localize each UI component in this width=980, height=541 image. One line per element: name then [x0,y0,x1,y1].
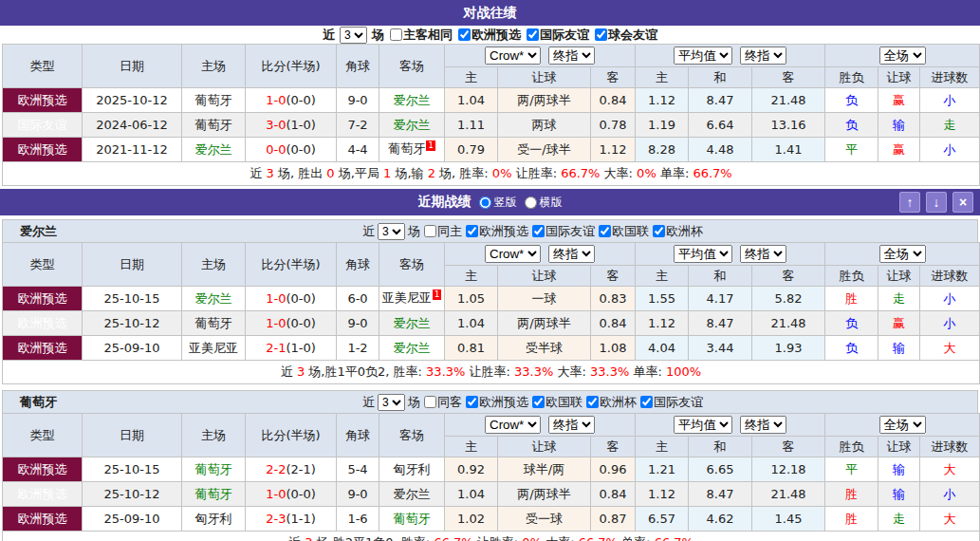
filter-checkbox-input[interactable] [458,28,471,41]
average-select[interactable]: 平均值 [674,416,732,434]
col-result-handicap: 让球 [878,266,920,287]
bookmaker-select[interactable]: Crow* [485,416,541,434]
halftime-score: (0-0) [286,93,315,107]
halftime-score: (1-0) [286,118,315,132]
fulltime-select[interactable]: 全场 [879,245,926,263]
summary-segment: 单率: [634,364,662,379]
match-type-badge: 欧洲预选 [3,507,83,532]
view-radio-vertical-input[interactable] [479,196,491,209]
col-avg-away: 客 [752,67,825,88]
filter-checkbox[interactable]: 欧洲预选 [466,394,528,411]
col-odds-away: 客 [591,67,636,88]
fulltime-select[interactable]: 全场 [879,47,926,65]
fulltime-group: 全场 [825,243,980,266]
up-arrow-icon: ↑ [907,195,914,210]
filter-checkbox-input[interactable] [466,225,478,237]
match-date: 2025-10-12 [83,88,182,113]
result-wdl: 胜 [825,482,878,507]
filter-checkbox[interactable]: 欧国联 [532,394,582,411]
recent-count-select[interactable]: 3 [378,394,405,411]
filter-checkbox[interactable]: 国际友谊 [640,394,703,411]
halftime-score: (1-0) [286,341,315,355]
filter-checkbox-input[interactable] [653,225,665,237]
match-type-badge: 欧洲预选 [3,287,83,311]
col-away: 客场 [379,243,445,287]
filter-checkbox[interactable]: 欧国联 [599,223,649,240]
section-head-portugal: 葡萄牙 近 3 场 同客 欧洲预选 欧国联 欧洲杯 [2,390,978,413]
filter-checkbox[interactable]: 欧洲杯 [653,223,703,240]
final-odds-select[interactable]: 终指 [548,47,595,65]
summary-segment: 大率: [545,535,574,541]
games-label: 场 [408,394,420,411]
filter-checkbox[interactable]: 欧洲杯 [586,394,637,411]
odds-home: 1.04 [445,88,498,113]
fulltime-select[interactable]: 全场 [879,416,926,434]
filter-checkbox-input[interactable] [586,396,599,408]
filter-checkbox[interactable]: 主客相同 [390,27,453,44]
handicap: 两/两球半 [498,88,591,113]
result-wdl: 负 [825,113,878,138]
avg-home: 1.12 [636,88,689,113]
filter-checkbox-input[interactable] [390,28,402,41]
result-goals: 小 [920,482,980,507]
bookmaker-select[interactable]: Crow* [485,47,541,65]
filter-checkbox[interactable]: 同客 [424,394,462,411]
col-corner: 角球 [337,243,379,287]
view-radio-vertical[interactable]: 竖版 [479,195,517,211]
result-handicap: 输 [878,113,920,138]
home-team: 葡萄牙 [182,88,246,113]
summary-segment: 0 [326,166,334,180]
filter-checkbox-input[interactable] [640,396,653,408]
match-row: 欧洲预选 2025-10-12 葡萄牙 1-0(0-0) 9-0 爱尔兰 1.0… [3,88,980,113]
filter-checkbox[interactable]: 国际友谊 [527,27,589,44]
filter-checkbox-input[interactable] [532,396,545,408]
recent-title: 近期战绩 [418,194,472,211]
filter-checkbox-input[interactable] [424,396,436,408]
recent-count-select[interactable]: 3 [378,223,405,240]
filter-checkbox-input[interactable] [595,28,607,41]
view-radio-horizontal[interactable]: 横版 [525,195,563,211]
filter-checkbox-input[interactable] [599,225,611,237]
halftime-score: (1-1) [286,512,315,526]
final-odds-select-2[interactable]: 终指 [740,47,786,65]
final-odds-select-2[interactable]: 终指 [740,245,786,263]
filter-checkbox-input[interactable] [466,396,478,408]
odds-away: 0.84 [591,482,636,507]
filter-checkbox-label: 欧洲杯 [600,394,637,411]
view-radio-horizontal-input[interactable] [525,196,537,209]
filter-checkbox[interactable]: 同主 [424,223,462,240]
fulltime-score: 2-2 [266,462,286,476]
avg-away: 12.18 [752,457,825,482]
filter-checkbox-input[interactable] [527,28,539,41]
final-odds-select-2[interactable]: 终指 [740,416,786,434]
bookmaker-select[interactable]: Crow* [485,245,541,263]
filter-checkbox[interactable]: 球会友谊 [595,27,657,44]
col-score: 比分(半场) [246,243,337,287]
result-goals: 小 [920,287,980,311]
odds-away: 0.84 [591,88,636,113]
match-row: 欧洲预选 25-09-10 匈牙利 2-3(1-1) 1-6 葡萄牙 1.02 … [3,507,980,532]
filter-checkbox[interactable]: 国际友谊 [532,223,595,240]
corners: 7-2 [337,113,379,138]
h2h-count-select[interactable]: 3 [340,27,367,44]
filter-checkbox[interactable]: 欧洲预选 [466,223,528,240]
filter-checkbox-input[interactable] [424,225,436,237]
result-handicap: 输 [878,457,920,482]
close-button[interactable]: × [952,192,973,213]
filter-checkbox[interactable]: 欧洲预选 [458,27,521,44]
avg-away: 5.82 [752,287,825,311]
result-goals: 小 [920,88,980,113]
summary-segment: 单率: [660,166,693,180]
final-odds-select[interactable]: 终指 [548,416,595,434]
h2h-title: 对战往绩 [0,0,980,26]
move-down-button[interactable]: ↓ [926,192,947,213]
final-odds-select[interactable]: 终指 [548,245,595,263]
average-select[interactable]: 平均值 [674,47,732,65]
average-select[interactable]: 平均值 [674,245,732,263]
filter-checkbox-input[interactable] [532,225,545,237]
col-avg-draw: 和 [689,266,752,287]
move-up-button[interactable]: ↑ [899,192,920,213]
avg-draw: 8.47 [689,88,752,113]
avg-draw: 8.47 [689,482,752,507]
match-date: 25-10-15 [83,457,182,482]
